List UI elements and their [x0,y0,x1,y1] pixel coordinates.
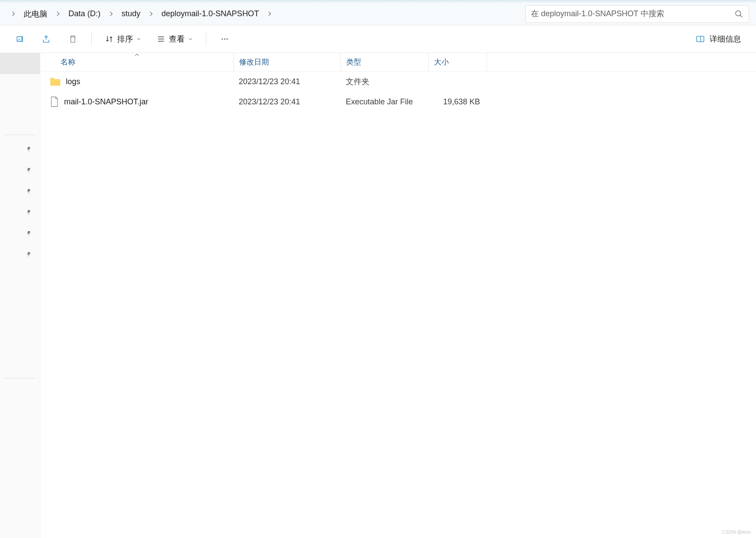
share-button[interactable] [35,30,58,48]
svg-point-9 [224,39,226,40]
pin-icon [26,209,32,215]
column-type-label: 类型 [346,57,361,67]
sidebar-pinned-item[interactable] [0,223,40,244]
sidebar-pinned-item[interactable] [0,181,40,202]
pin-icon [26,251,32,257]
breadcrumb-item[interactable]: study [117,7,145,20]
svg-point-0 [736,11,741,16]
column-header-date[interactable]: 修改日期 [233,53,340,71]
pin-icon [26,188,32,194]
watermark: CSDN @tess [722,529,751,534]
breadcrumb-item[interactable]: 此电脑 [19,7,52,21]
file-row[interactable]: mail-1.0-SNAPSHOT.jar 2023/12/23 20:41 E… [40,92,756,112]
file-type: Executable Jar File [340,97,428,107]
column-headers: 名称 修改日期 类型 大小 [40,53,756,71]
search-box[interactable] [525,5,749,23]
details-label: 详细信息 [709,34,741,44]
file-row[interactable]: logs 2023/12/23 20:41 文件夹 [40,71,756,92]
chevron-right-icon[interactable] [53,9,63,19]
sidebar-pinned-item[interactable] [0,160,40,181]
file-list-area: 名称 修改日期 类型 大小 logs 2023/12 [40,53,756,538]
pin-icon [26,230,32,236]
column-size-label: 大小 [434,57,449,67]
details-pane-button[interactable]: 详细信息 [689,30,747,48]
file-name: mail-1.0-SNAPSHOT.jar [64,97,148,107]
sidebar-pinned-item[interactable] [0,244,40,265]
file-date: 2023/12/23 20:41 [233,77,340,86]
column-header-name[interactable]: 名称 [40,53,233,71]
delete-button[interactable] [61,30,84,48]
chevron-right-icon[interactable] [106,9,116,19]
sort-button[interactable]: 排序 [99,30,147,48]
chevron-down-icon [188,37,193,41]
pin-icon [26,167,32,173]
sort-ascending-icon [134,50,140,59]
sort-label: 排序 [117,34,133,44]
chevron-right-icon[interactable] [8,9,18,19]
sidebar-item[interactable] [0,53,40,74]
file-type: 文件夹 [340,76,428,87]
sidebar-pinned-item[interactable] [0,139,40,160]
column-header-type[interactable]: 类型 [340,53,428,71]
svg-point-10 [226,39,228,40]
file-name: logs [66,77,80,86]
chevron-right-icon[interactable] [264,9,275,19]
chevron-right-icon[interactable] [146,9,156,19]
view-label: 查看 [169,34,185,44]
svg-rect-11 [697,36,704,42]
navigation-sidebar [0,53,40,538]
sidebar-pinned-item[interactable] [0,202,40,223]
breadcrumb: 此电脑 Data (D:) study deploymail-1.0-SNAPS… [4,7,525,21]
toolbar-right: 详细信息 [689,30,747,48]
file-icon [50,96,59,107]
rename-button[interactable]: A [9,30,32,48]
toolbar-left: A 排序 查看 [9,30,236,48]
folder-icon [50,77,61,86]
sidebar-separator [4,378,36,378]
svg-text:A: A [18,37,21,42]
column-header-size[interactable]: 大小 [428,53,487,71]
search-icon[interactable] [735,10,743,18]
file-name-cell: logs [40,77,233,86]
svg-point-8 [222,39,223,40]
toolbar: A 排序 查看 详细信息 [0,25,756,53]
svg-line-1 [740,15,742,17]
breadcrumb-item[interactable]: deploymail-1.0-SNAPSHOT [157,7,263,20]
column-date-label: 修改日期 [239,57,269,67]
breadcrumb-item[interactable]: Data (D:) [64,7,105,20]
search-input[interactable] [531,9,735,18]
toolbar-divider [91,32,92,46]
view-button[interactable]: 查看 [150,30,199,48]
pin-icon [26,146,32,152]
address-bar: 此电脑 Data (D:) study deploymail-1.0-SNAPS… [0,3,756,25]
file-size: 19,638 KB [428,97,487,107]
column-name-label: 名称 [61,57,75,67]
sidebar-separator [4,135,36,135]
more-button[interactable] [213,30,236,48]
toolbar-divider [206,32,206,46]
file-name-cell: mail-1.0-SNAPSHOT.jar [40,96,233,107]
chevron-down-icon [136,37,141,41]
file-date: 2023/12/23 20:41 [233,97,340,107]
main-area: 名称 修改日期 类型 大小 logs 2023/12 [0,53,756,538]
